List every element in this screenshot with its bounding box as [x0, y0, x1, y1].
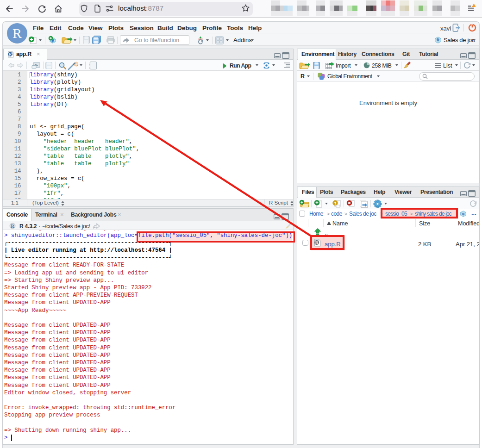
svg-text:R: R — [9, 52, 12, 56]
svg-text:R: R — [462, 212, 465, 216]
svg-text:R: R — [11, 224, 14, 229]
svg-text:R: R — [437, 38, 439, 42]
